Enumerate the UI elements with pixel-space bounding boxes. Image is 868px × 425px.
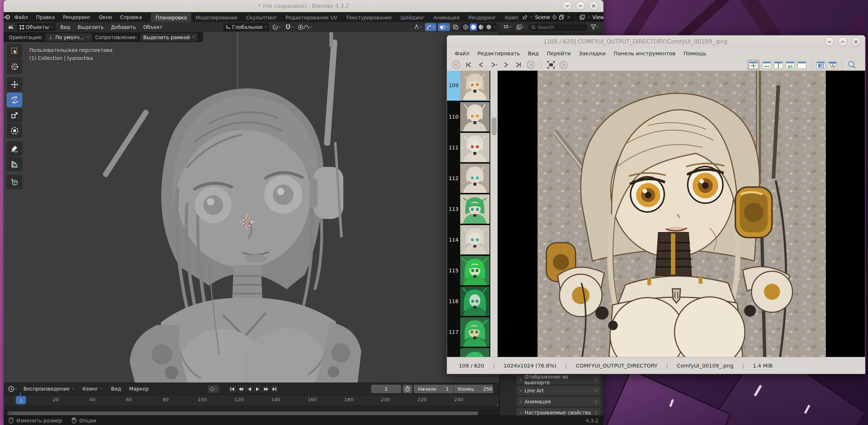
- viewer-menu-edit[interactable]: Редактировать: [473, 51, 524, 56]
- panel-animation[interactable]: › Анимация ⣿: [517, 397, 601, 406]
- panel-viewport-display[interactable]: › Отображение во вьюпорте ⣿: [517, 375, 601, 384]
- start-frame-field[interactable]: Начало 1: [414, 385, 453, 393]
- prev-keyframe-button[interactable]: [237, 385, 245, 393]
- editor-type-button[interactable]: [6, 23, 15, 31]
- pivot-point-dropdown[interactable]: [271, 23, 282, 31]
- thumbnail-list[interactable]: 109 110 111 112 113: [447, 71, 490, 357]
- thumbnail-image[interactable]: [460, 256, 490, 285]
- stopwatch-icon[interactable]: [403, 385, 412, 393]
- panel-line-art[interactable]: › Line Art ⣿: [517, 386, 601, 395]
- viewport-menu-add[interactable]: Добавить: [108, 24, 139, 30]
- previous-image-button[interactable]: [476, 60, 486, 70]
- current-frame-badge[interactable]: 1: [16, 396, 26, 404]
- tool-annotate[interactable]: [7, 141, 22, 156]
- scene-selector[interactable]: Scene ✕: [520, 13, 573, 21]
- outliner-search[interactable]: [528, 23, 587, 31]
- current-frame-field[interactable]: 1: [371, 385, 401, 393]
- timeline-ruler[interactable]: 20 40 60 80 100 120 140 160 180 200 220 …: [4, 395, 499, 405]
- maximize-button[interactable]: [838, 37, 847, 46]
- thumbnail-image[interactable]: [460, 194, 490, 224]
- jump-to-end-button[interactable]: [270, 385, 278, 393]
- menu-render[interactable]: Рендеринг: [59, 12, 95, 22]
- thumbnail-row[interactable]: 116: [447, 287, 490, 316]
- snap-toggle[interactable]: [284, 23, 295, 31]
- thumbnail-row[interactable]: 117: [447, 317, 490, 347]
- shading-material-icon[interactable]: [477, 23, 485, 31]
- thumbnail-row-selected[interactable]: 109: [447, 71, 490, 101]
- first-image-button[interactable]: [464, 60, 473, 70]
- menu-file[interactable]: Файл: [10, 12, 32, 22]
- mode-selector[interactable]: Объекты: [17, 23, 56, 31]
- shading-solid-icon[interactable]: [470, 23, 477, 31]
- tool-rotate[interactable]: [7, 93, 22, 107]
- viewport-menu-view[interactable]: Вид: [57, 24, 73, 30]
- tool-select-box[interactable]: [7, 44, 22, 59]
- viewport-3d[interactable]: Ориентация: По умолч... Сопротивление: В…: [4, 32, 499, 383]
- overlays-toggle[interactable]: [438, 23, 450, 31]
- tab-rendering[interactable]: Рендеринг: [464, 13, 501, 22]
- thumbnail-row-partial[interactable]: [447, 348, 490, 357]
- last-page-circled-icon[interactable]: [526, 60, 536, 70]
- maximize-button[interactable]: [576, 1, 585, 11]
- timeline-editor-type-button[interactable]: [7, 385, 19, 393]
- viewer-menu-file[interactable]: Файл: [451, 51, 473, 56]
- fit-height-icon[interactable]: [774, 61, 783, 69]
- magnifier-icon[interactable]: [847, 60, 857, 70]
- search-input[interactable]: [538, 25, 584, 30]
- minimize-button[interactable]: [562, 1, 572, 11]
- viewer-menu-bookmarks[interactable]: Закладки: [575, 51, 609, 56]
- timeline-menu-playback[interactable]: Воспроизведение: [20, 386, 78, 392]
- resistance-setting-dropdown[interactable]: Выделить рамкой: [140, 33, 198, 41]
- viewer-menu-go[interactable]: Перейти: [543, 51, 575, 56]
- thumbnail-image[interactable]: [460, 287, 490, 316]
- timeline-h-scrollbar[interactable]: [7, 411, 478, 415]
- next-image-button[interactable]: [501, 60, 511, 70]
- menu-edit[interactable]: Правка: [32, 12, 59, 22]
- thumbnail-image[interactable]: [460, 71, 490, 100]
- tool-add-cube[interactable]: [7, 175, 22, 189]
- timeline-menu-keying[interactable]: Кеинг: [79, 386, 106, 392]
- tool-measure[interactable]: [7, 157, 22, 171]
- close-button[interactable]: [589, 1, 598, 11]
- tool-cursor-3d[interactable]: [7, 59, 22, 74]
- blender-logo-icon[interactable]: [4, 15, 10, 20]
- thumbnail-image[interactable]: [460, 225, 490, 254]
- thumbnail-image[interactable]: [460, 133, 490, 162]
- tab-compositing[interactable]: Комп: [501, 13, 520, 22]
- thumbnail-row[interactable]: 113: [447, 194, 490, 224]
- thumbnail-image[interactable]: [460, 102, 490, 131]
- scrollbar-handle[interactable]: [492, 118, 496, 135]
- viewer-menu-help[interactable]: Помощь: [680, 51, 710, 56]
- thumbnail-row[interactable]: 111: [447, 133, 490, 162]
- next-keyframe-button[interactable]: [262, 385, 270, 393]
- pin-icon[interactable]: [552, 15, 557, 20]
- shading-wireframe-icon[interactable]: [462, 23, 469, 31]
- thumbnail-row[interactable]: 114: [447, 225, 490, 254]
- show-gizmo-dropdown[interactable]: [413, 23, 424, 31]
- viewport-menu-select[interactable]: Выделить: [75, 24, 107, 30]
- play-reverse-button[interactable]: [245, 385, 253, 393]
- next-random-button[interactable]: [489, 60, 498, 70]
- thumbnail-row[interactable]: 112: [447, 164, 490, 193]
- end-frame-field[interactable]: Конец 250: [454, 385, 493, 393]
- last-image-button[interactable]: [514, 60, 523, 70]
- xray-toggle[interactable]: [451, 23, 460, 31]
- thumbnail-image[interactable]: [460, 317, 490, 347]
- menu-window[interactable]: Окно: [95, 12, 116, 22]
- viewer-menu-view[interactable]: Вид: [524, 51, 543, 56]
- tab-shading[interactable]: Шейдинг: [396, 13, 429, 22]
- tab-texture-paint[interactable]: Текстурирование: [342, 13, 396, 22]
- thumbnail-row[interactable]: 115: [447, 256, 490, 285]
- play-button[interactable]: [254, 385, 262, 393]
- tab-animation[interactable]: Анимация: [429, 13, 464, 22]
- fit-both-active[interactable]: [747, 60, 760, 70]
- proportional-edit-toggle[interactable]: [296, 23, 314, 31]
- collapse-arrow-icon[interactable]: ‹: [496, 402, 498, 408]
- tool-transform[interactable]: [7, 123, 22, 138]
- fit-screen-button[interactable]: [546, 60, 556, 70]
- thumbnail-image[interactable]: [460, 164, 490, 193]
- first-page-circled-icon[interactable]: [451, 60, 461, 70]
- tab-uv-editing[interactable]: Редактирование UV: [281, 13, 342, 22]
- fit-width-icon[interactable]: [762, 61, 771, 69]
- viewer-titlebar[interactable]: [109 / 620] COMFYUI_OUTPUT_DIRECTORY/Com…: [447, 36, 865, 48]
